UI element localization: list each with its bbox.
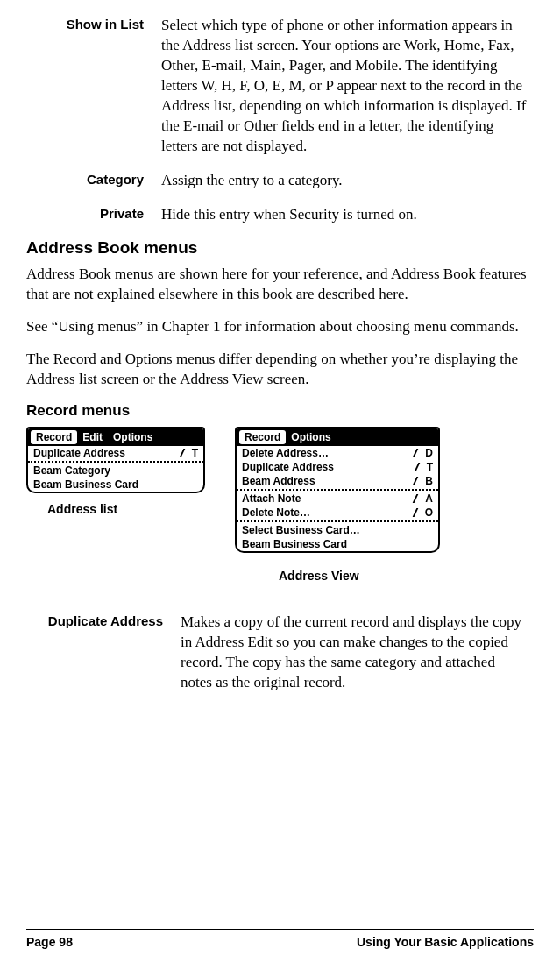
tab-edit[interactable]: Edit — [77, 430, 108, 444]
shortcut-icon: D — [415, 447, 433, 459]
menu-item-label: Duplicate Address — [242, 461, 334, 473]
menu-item-beam-category[interactable]: Beam Category — [28, 464, 203, 478]
menu-item-label: Beam Business Card — [242, 538, 347, 550]
menu-separator — [237, 489, 438, 491]
menu-item-duplicate-address[interactable]: Duplicate Address T — [28, 446, 203, 460]
tab-options[interactable]: Options — [108, 430, 158, 444]
menu-item-label: Attach Note — [242, 492, 301, 505]
shortcut-icon: B — [415, 475, 433, 487]
menu-item-duplicate-address[interactable]: Duplicate Address T — [237, 460, 438, 474]
table-row: Show in List Select which type of phone … — [26, 11, 534, 166]
shortcut-icon: T — [416, 461, 433, 473]
body-paragraph: Address Book menus are shown here for yo… — [26, 265, 534, 305]
shortcut-icon: T — [181, 447, 198, 459]
menu-item-delete-note[interactable]: Delete Note… O — [237, 506, 438, 520]
menu-item-label: Beam Category — [33, 464, 110, 477]
menu-item-label: Duplicate Address — [33, 447, 125, 459]
page: Show in List Select which type of phone … — [0, 0, 560, 963]
tab-options[interactable]: Options — [286, 430, 336, 444]
palm-menu-items: Delete Address… D Duplicate Address T Be… — [237, 446, 438, 551]
definitions-table-1: Show in List Select which type of phone … — [26, 11, 534, 233]
heading-record-menus: Record menus — [26, 402, 534, 420]
body-paragraph: See “Using menus” in Chapter 1 for infor… — [26, 317, 534, 337]
def-desc: Select which type of phone or other info… — [156, 11, 534, 166]
shortcut-icon: O — [415, 506, 433, 519]
palm-menu-address-list: Record Edit Options Duplicate Address T … — [26, 427, 205, 493]
palm-menu-address-view: Record Options Delete Address… D Duplica… — [235, 427, 440, 553]
palm-menubar: Record Options — [237, 428, 438, 446]
menu-item-label: Beam Address — [242, 475, 315, 487]
menu-block-address-list: Record Edit Options Duplicate Address T … — [26, 427, 205, 516]
def-desc: Makes a copy of the current record and d… — [175, 607, 534, 702]
def-term: Private — [26, 200, 156, 234]
def-desc: Hide this entry when Security is turned … — [156, 200, 534, 234]
menu-item-label: Delete Note… — [242, 506, 310, 519]
palm-menubar: Record Edit Options — [28, 428, 203, 446]
menu-separator — [237, 520, 438, 522]
tab-record[interactable]: Record — [239, 430, 286, 444]
menu-caption-address-view: Address View — [279, 569, 440, 583]
page-footer: Page 98 Using Your Basic Applications — [26, 929, 534, 949]
heading-address-book-menus: Address Book menus — [26, 238, 534, 258]
def-desc: Assign the entry to a category. — [156, 166, 534, 200]
menu-block-address-view: Record Options Delete Address… D Duplica… — [235, 427, 440, 583]
table-row: Private Hide this entry when Security is… — [26, 200, 534, 234]
table-row: Category Assign the entry to a category. — [26, 166, 534, 200]
tab-record[interactable]: Record — [31, 430, 77, 444]
definitions-table-2: Duplicate Address Makes a copy of the cu… — [26, 607, 534, 702]
table-row: Duplicate Address Makes a copy of the cu… — [26, 607, 534, 702]
menu-item-label: Delete Address… — [242, 447, 329, 459]
menu-item-select-business-card[interactable]: Select Business Card… — [237, 523, 438, 537]
menu-item-delete-address[interactable]: Delete Address… D — [237, 446, 438, 460]
menu-item-label: Select Business Card… — [242, 524, 360, 536]
shortcut-icon: A — [415, 492, 433, 505]
menu-item-label: Beam Business Card — [33, 478, 138, 491]
menu-item-attach-note[interactable]: Attach Note A — [237, 492, 438, 506]
body-paragraph: The Record and Options menus differ depe… — [26, 350, 534, 390]
menu-separator — [28, 461, 203, 463]
def-term: Show in List — [26, 11, 156, 166]
menu-caption-address-list: Address list — [47, 502, 205, 516]
palm-menu-items: Duplicate Address T Beam Category Beam B… — [28, 446, 203, 492]
menu-item-beam-address[interactable]: Beam Address B — [237, 474, 438, 488]
def-term: Duplicate Address — [26, 607, 175, 702]
def-term: Category — [26, 166, 156, 200]
menus-row: Record Edit Options Duplicate Address T … — [26, 427, 534, 583]
menu-item-beam-business-card[interactable]: Beam Business Card — [28, 478, 203, 492]
footer-section-title: Using Your Basic Applications — [357, 935, 534, 949]
menu-item-beam-business-card[interactable]: Beam Business Card — [237, 537, 438, 551]
footer-page-number: Page 98 — [26, 935, 73, 949]
